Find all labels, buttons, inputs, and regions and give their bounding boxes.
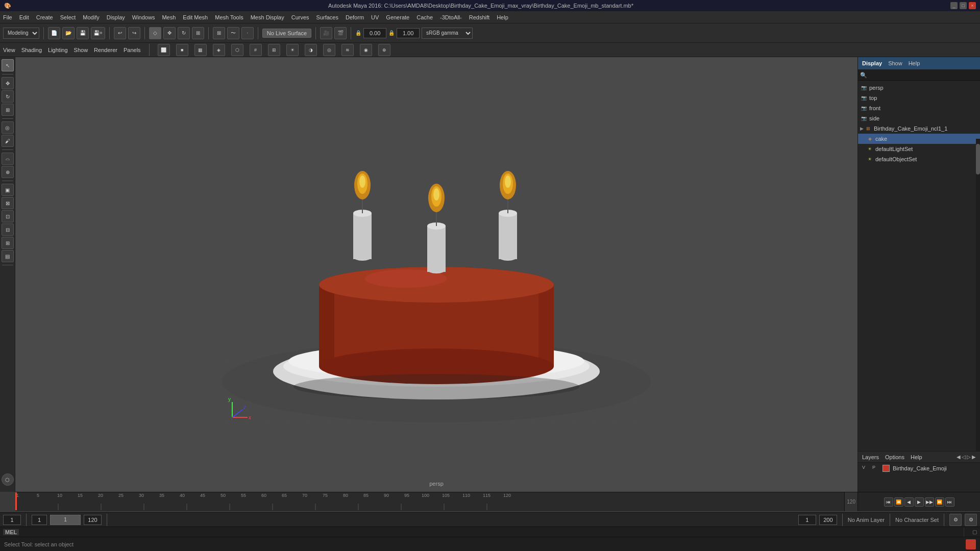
maximize-button[interactable]: □ <box>960 2 967 9</box>
menu-item-deform[interactable]: Deform <box>346 14 364 20</box>
tree-item-front[interactable]: 📷 front <box>858 103 980 113</box>
menu-item-modify[interactable]: Modify <box>83 14 99 20</box>
help-tab[interactable]: Help <box>911 454 922 460</box>
soft-select-left[interactable]: ◎ <box>2 121 14 134</box>
tree-item-top[interactable]: 📷 top <box>858 93 980 103</box>
mel-label[interactable]: MEL <box>3 529 19 535</box>
redo-button[interactable]: ↪ <box>128 27 140 39</box>
menu-item-create[interactable]: Create <box>36 14 53 20</box>
isolate-toggle[interactable]: ⊕ <box>378 44 390 56</box>
prev-key-btn[interactable]: ⏪ <box>894 497 903 507</box>
frame-range-display[interactable]: 1 <box>50 515 81 525</box>
options-tab[interactable]: Options <box>885 454 904 460</box>
minimize-button[interactable]: _ <box>950 2 958 9</box>
layer-color-swatch[interactable] <box>883 465 890 472</box>
play-fwd-btn[interactable]: ▶ <box>915 497 924 507</box>
layers-tab[interactable]: Layers <box>862 454 879 460</box>
goto-end-btn[interactable]: ⏭ <box>945 497 954 507</box>
move-tool[interactable]: ✥ <box>163 27 176 39</box>
menu-item-file[interactable]: File <box>3 14 12 20</box>
quick-layout[interactable]: ⬡ <box>2 473 14 486</box>
scale-tool-left[interactable]: ⊞ <box>2 104 14 116</box>
outliner-show-tab[interactable]: Show <box>888 60 902 66</box>
shadow-toggle[interactable]: ◑ <box>305 44 317 56</box>
bounding-box[interactable]: ⬡ <box>231 44 243 56</box>
outliner-display-tab[interactable]: Display <box>862 60 882 66</box>
move-tool-left[interactable]: ✥ <box>2 77 14 89</box>
goto-start-btn[interactable]: ⏮ <box>884 497 893 507</box>
next-key-btn[interactable]: ⏩ <box>935 497 944 507</box>
new-button[interactable]: 📄 <box>48 27 60 39</box>
snap-grid[interactable]: ⊞ <box>213 27 225 39</box>
menu-item-display[interactable]: Display <box>107 14 125 20</box>
tool4[interactable]: ⊟ <box>2 223 14 236</box>
menu-item-windows[interactable]: Windows <box>132 14 155 20</box>
window-controls[interactable]: _ □ × <box>950 2 976 9</box>
menu-item-help[interactable]: Help <box>497 14 508 20</box>
wire-on-shade[interactable]: ▦ <box>194 44 207 56</box>
playback-end-input[interactable] <box>819 515 837 525</box>
snap-point[interactable]: · <box>241 27 254 39</box>
sculpt-left[interactable]: ⌓ <box>2 153 14 165</box>
current-frame-input[interactable] <box>3 515 21 525</box>
tool5[interactable]: ⊞ <box>2 237 14 249</box>
val2-input[interactable] <box>397 28 420 38</box>
smooth-btn[interactable]: ■ <box>176 44 188 56</box>
step-back-btn[interactable]: ◀ <box>904 497 914 507</box>
scroll-thumb[interactable] <box>976 144 980 174</box>
select-tool-left[interactable]: ↖ <box>2 59 14 71</box>
outliner-search-input[interactable] <box>858 69 980 81</box>
tree-item-lightset[interactable]: ☀ defaultLightSet <box>858 144 980 154</box>
tree-item-objectset[interactable]: ☀ defaultObjectSet <box>858 154 980 164</box>
tree-item-side[interactable]: 📷 side <box>858 113 980 123</box>
menu-item-surfaces[interactable]: Surfaces <box>316 14 338 20</box>
val1-input[interactable] <box>363 28 386 38</box>
menu-item-edit mesh[interactable]: Edit Mesh <box>183 14 208 20</box>
step-fwd-btn[interactable]: ▶▶ <box>925 497 934 507</box>
layer-v-badge[interactable]: V <box>862 465 869 472</box>
range-end-input[interactable] <box>84 515 102 525</box>
menu-item-generate[interactable]: Generate <box>386 14 409 20</box>
next2-layer-btn[interactable]: ▷ <box>967 454 971 460</box>
light-toggle[interactable]: ☀ <box>286 44 299 56</box>
save-button[interactable]: 💾 <box>77 27 89 39</box>
undo-button[interactable]: ↩ <box>114 27 126 39</box>
layer-p-badge[interactable]: P <box>872 465 879 472</box>
panels-menu[interactable]: Panels <box>124 47 141 53</box>
paint-sel-left[interactable]: 🖌 <box>2 135 14 147</box>
viewport[interactable]: x y z persp <box>15 57 857 492</box>
ao-toggle[interactable]: ◎ <box>323 44 335 56</box>
menu-item--3dtoall-[interactable]: -3DtoAll- <box>440 14 462 20</box>
prev-layer-btn[interactable]: ◀ <box>957 454 961 460</box>
prev2-layer-btn[interactable]: ◁ <box>962 454 966 460</box>
lighting-menu[interactable]: Lighting <box>48 47 68 53</box>
tree-item-cake[interactable]: ◈ cake <box>858 134 980 144</box>
timeline-ruler[interactable]: 1 5 10 15 20 25 30 35 40 45 50 55 60 65 … <box>15 492 844 511</box>
shading-menu[interactable]: Shading <box>21 47 42 53</box>
grid-toggle[interactable]: # <box>250 44 262 56</box>
renderer-menu[interactable]: Renderer <box>94 47 117 53</box>
save-as-button[interactable]: 💾+ <box>91 27 105 39</box>
menu-item-mesh[interactable]: Mesh <box>162 14 176 20</box>
dof-toggle[interactable]: ◉ <box>360 44 372 56</box>
scale-tool[interactable]: ⊞ <box>192 27 204 39</box>
mode-dropdown[interactable]: Modeling <box>3 28 39 39</box>
tree-item-birthday-cake-group[interactable]: ▶ ⊞ Birthday_Cake_Emoji_ncl1_1 <box>858 123 980 134</box>
menu-item-edit[interactable]: Edit <box>19 14 29 20</box>
menu-item-mesh tools[interactable]: Mesh Tools <box>215 14 243 20</box>
outliner-scrollbar[interactable] <box>976 139 980 451</box>
render-seq[interactable]: 🎬 <box>334 27 347 39</box>
colorspace-dropdown[interactable]: sRGB gamma <box>422 28 473 39</box>
tool1[interactable]: ▣ <box>2 184 14 196</box>
mel-input[interactable] <box>29 528 964 537</box>
snap-left[interactable]: ⊕ <box>2 166 14 178</box>
open-button[interactable]: 📂 <box>62 27 75 39</box>
hud-toggle[interactable]: ⊞ <box>268 44 280 56</box>
menu-item-select[interactable]: Select <box>60 14 76 20</box>
rotate-tool-left[interactable]: ↻ <box>2 90 14 103</box>
xray-btn[interactable]: ◈ <box>213 44 225 56</box>
select-tool[interactable]: ◇ <box>149 27 161 39</box>
tree-item-persp[interactable]: 📷 persp <box>858 83 980 93</box>
tool3[interactable]: ⊡ <box>2 210 14 222</box>
menu-item-redshift[interactable]: Redshift <box>469 14 489 20</box>
